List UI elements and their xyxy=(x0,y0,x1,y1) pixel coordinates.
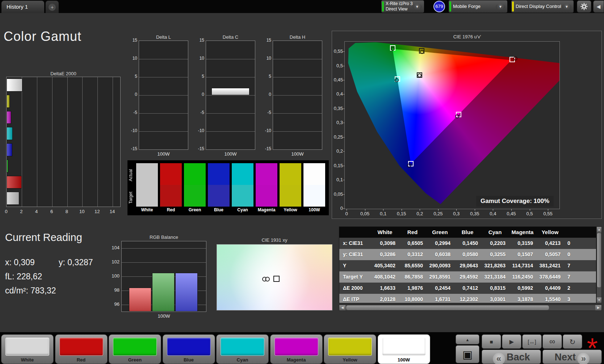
scroll-up-arrow-icon[interactable]: ▲ xyxy=(597,227,601,232)
table-vertical-scrollbar[interactable]: ▲ ▼ xyxy=(596,227,602,303)
table-cell: 12,2302 xyxy=(454,294,481,303)
pattern-size-button[interactable]: [↔] xyxy=(522,334,542,349)
tick-mark xyxy=(365,209,365,211)
reads-count-badge[interactable]: 679 xyxy=(433,1,445,12)
cie1976-panel: CIE 1976 u'v' Gamut Coverage: 100% 0,550… xyxy=(332,31,602,219)
scroll-left-arrow-icon[interactable]: ◀ xyxy=(339,305,345,310)
delta-c-chart xyxy=(206,41,255,150)
deltae2000-title: DeltaE 2000 xyxy=(6,71,121,76)
column-header-yellow: Yellow xyxy=(536,227,564,238)
delta-l-chart xyxy=(139,41,188,150)
rgb-balance-chart xyxy=(121,241,206,312)
table-cell: 0,4409 xyxy=(536,283,564,294)
swatch-column-magenta: Magenta xyxy=(256,163,277,212)
tick-mark xyxy=(343,151,344,152)
y-tick-label: 15 xyxy=(261,38,271,43)
y-tick-label: 0,1 xyxy=(332,177,343,182)
vertical-scroll-thumb[interactable] xyxy=(597,233,601,287)
row-label: x: CIE31 xyxy=(339,238,371,249)
swatch-label: Green xyxy=(184,207,206,212)
y-tick-label: 0,15 xyxy=(332,163,343,168)
column-header-white: White xyxy=(371,227,399,238)
scroll-down-arrow-icon[interactable]: ▼ xyxy=(597,297,601,303)
table-cell: 116,2450 xyxy=(509,271,536,283)
reading-fl: fL: 228,62 xyxy=(5,272,42,282)
pattern-button-blue[interactable]: Blue xyxy=(163,334,215,364)
pattern-button-white[interactable]: White xyxy=(1,334,54,364)
delta_c-bar xyxy=(211,88,249,95)
y-tick-label: 15 xyxy=(194,38,204,43)
gridline xyxy=(273,113,322,114)
add-tab-button[interactable]: + xyxy=(46,1,59,13)
pattern-up-button[interactable]: ▲ xyxy=(456,334,479,344)
row-label: Y xyxy=(339,260,371,271)
pattern-window-button[interactable]: ▣ xyxy=(456,345,479,363)
horizontal-scroll-thumb[interactable] xyxy=(346,305,549,310)
y-tick-label: 10 xyxy=(127,56,137,61)
x-tick-label: 0 xyxy=(3,209,9,214)
tick-mark xyxy=(511,209,512,211)
tab-history-1[interactable]: History 1 xyxy=(1,1,44,13)
target-row-label: Target xyxy=(128,186,134,209)
play-button[interactable]: ▶ xyxy=(502,334,521,349)
table-cell: 321,8263 xyxy=(481,260,509,271)
table-cell-clipped: 7 xyxy=(564,271,596,283)
pattern-button-yellow[interactable]: Yellow xyxy=(324,334,376,364)
pattern-label: 100W xyxy=(378,357,430,363)
tick-mark xyxy=(475,209,475,211)
row-label: ΔE ITP xyxy=(339,294,371,303)
y-tick-label: 0 xyxy=(261,92,271,97)
y-tick-label: 0,05 xyxy=(332,191,343,197)
settings-button[interactable] xyxy=(577,0,591,13)
cie1976-chart: Gamut Coverage: 100% xyxy=(344,41,560,209)
current-reading-title: Current Reading xyxy=(5,232,82,244)
pattern-button-magenta[interactable]: Magenta xyxy=(270,334,323,364)
pattern-button-green[interactable]: Green xyxy=(109,334,161,364)
table-horizontal-scrollbar[interactable]: ◀ ▶ xyxy=(339,305,602,311)
continuous-read-button[interactable]: ∞ xyxy=(542,334,562,349)
y-tick-label: 5 xyxy=(261,74,271,79)
x-tick-label: 8 xyxy=(64,209,70,214)
swatch-column-red: Red xyxy=(160,163,182,212)
tick-mark xyxy=(456,209,457,211)
source-dropdown[interactable]: Mobile Forge ▼ xyxy=(449,0,507,13)
meter-mode: Direct View xyxy=(386,7,407,12)
play-icon: ▶ xyxy=(509,339,514,345)
pattern-label: Cyan xyxy=(217,357,268,363)
back-label: Back xyxy=(507,352,530,363)
y-tick-label: -5 xyxy=(261,110,271,115)
pattern-swatch xyxy=(113,338,157,356)
collapse-panel-button[interactable]: ◀ xyxy=(593,0,604,13)
back-button[interactable]: « Back xyxy=(482,350,541,364)
table-cell: 0,1450 xyxy=(454,238,481,249)
target-swatch xyxy=(232,185,253,207)
row-label: ΔE 2000 xyxy=(339,283,371,294)
swatch-label: Magenta xyxy=(256,207,277,212)
swatch-label: Red xyxy=(160,207,182,212)
display-control-dropdown[interactable]: Direct Display Control ▼ xyxy=(511,0,574,13)
target-swatch xyxy=(303,185,325,207)
x-tick-label: 0,45 xyxy=(504,211,519,216)
actual-swatch xyxy=(232,163,253,185)
meter-dropdown[interactable]: X-Rite i1Pro 3 Direct View ▼ xyxy=(381,0,424,13)
actual-target-swatch-panel: Actual Target WhiteRedGreenBlueCyanMagen… xyxy=(127,160,329,215)
measurement-alert-indicator: * xyxy=(582,329,603,350)
y-tick-label: 0,55 xyxy=(332,48,343,54)
tick-mark xyxy=(343,109,344,109)
pattern-button-cyan[interactable]: Cyan xyxy=(216,334,269,364)
pattern-button-red[interactable]: Red xyxy=(55,334,108,364)
refresh-button[interactable]: ↻ xyxy=(563,334,582,349)
tick-mark xyxy=(343,208,344,209)
table-cell: 1,6731 xyxy=(426,294,454,303)
table-cell: 85,6550 xyxy=(399,260,426,271)
actual-swatch xyxy=(160,163,182,185)
table-cell: 321,3184 xyxy=(481,271,509,283)
measured-marker-blue xyxy=(407,164,411,168)
scroll-right-arrow-icon[interactable]: ▶ xyxy=(595,305,601,310)
table-cell: 0,3098 xyxy=(371,238,399,249)
y-tick-label: -5 xyxy=(127,110,137,115)
pattern-button-100w[interactable]: 100W xyxy=(378,334,430,364)
next-button[interactable]: Next » xyxy=(542,350,602,364)
gridline xyxy=(52,77,53,207)
stop-button[interactable]: ■ xyxy=(482,334,501,349)
